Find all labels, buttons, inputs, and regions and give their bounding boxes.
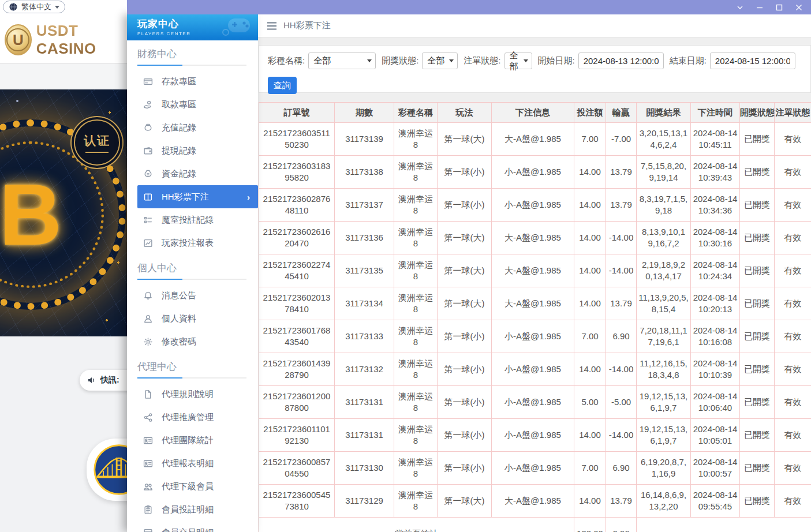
minimize-icon[interactable]: [755, 3, 764, 12]
cell: 8,13,9,10,19,16,7,2: [637, 222, 691, 254]
sidebar-menu-item[interactable]: 取款專區 ›: [127, 93, 258, 116]
filter-panel: 彩種名稱: 全部 開獎狀態: 全部 注單狀態: 全部 開始日期: 結束日期: 查…: [259, 45, 811, 93]
page-title: HH彩票下注: [283, 20, 331, 31]
sidebar-menu-item[interactable]: 代理規則說明 ›: [127, 383, 258, 406]
table-row: 215217236022744541031173135澳洲幸运8第一球(大)大-…: [259, 254, 811, 287]
user-icon: [143, 314, 153, 324]
cell: 大-A盤@1.985: [492, 287, 574, 320]
cell: 31173138: [335, 156, 394, 189]
draw-status-select[interactable]: 全部: [422, 53, 458, 69]
cell: 澳洲幸运8: [394, 254, 438, 287]
menu-label: 代理團隊統計: [162, 435, 214, 446]
cell: 2152172360261620470: [259, 222, 335, 254]
cell: 已開獎: [740, 419, 775, 452]
main-content: HH彩票下注 彩種名稱: 全部 開獎狀態: 全部 注單狀態: 全部 開始日期: …: [258, 14, 811, 532]
cell: 6.90: [606, 452, 637, 485]
hand-money-icon: [143, 100, 153, 110]
left-panel-spacer: [0, 64, 127, 89]
summary-empty: [637, 518, 811, 532]
cell: 2024-08-14 10:45:11: [691, 123, 740, 156]
sidebar-menu-item[interactable]: 代理報表明細 ›: [127, 452, 258, 475]
sidebar-menu-item[interactable]: 代理下級會員 ›: [127, 475, 258, 498]
sidebar-menu-item[interactable]: HH彩票下注 ›: [137, 185, 258, 208]
chevron-down-icon: [449, 59, 454, 62]
cell: 已開獎: [740, 254, 775, 287]
sidebar-menu-item[interactable]: 提現記錄 ›: [127, 139, 258, 162]
hamburger-icon[interactable]: [267, 22, 277, 30]
table-header-row: 訂單號 期數 彩種名稱 玩法 下注信息 投注額 輸贏 開獎結果 下注時間 開獎狀…: [259, 103, 811, 123]
sidebar-menu-item[interactable]: 存款專區 ›: [127, 70, 258, 93]
start-date-input[interactable]: [578, 53, 664, 69]
cell: 第一球(大): [438, 254, 492, 287]
sidebar-menu-item[interactable]: 會員交易明細 ›: [127, 521, 258, 532]
collapse-icon[interactable]: [735, 3, 744, 12]
file-icon: [143, 389, 153, 399]
sidebar: 玩家中心 PLAYERS CENTER 財務中心 存款專區 › 取款專區 › 充…: [127, 14, 258, 532]
chevron-right-icon: ›: [247, 192, 250, 202]
language-selector[interactable]: 繁体中文: [3, 1, 65, 13]
cell: 2024-08-14 09:55:45: [691, 485, 740, 518]
cell: 有效: [775, 156, 811, 189]
sidebar-section-agent: 代理中心 代理規則說明 › 代理推廣管理 › 代理團隊統計 › 代理報表明細 ›…: [127, 360, 258, 532]
cell: 14.00: [574, 287, 606, 320]
table-row: 215217236014392879031173132澳洲幸运8第一球(小)小-…: [259, 353, 811, 386]
cell: 第一球(大): [438, 123, 492, 156]
sidebar-menu-item[interactable]: 資金記錄 ›: [127, 162, 258, 185]
sidebar-menu-item[interactable]: 魔室投註記錄 ›: [127, 208, 258, 231]
cell: 7.00: [574, 123, 606, 156]
cell: 7,5,15,8,20,9,19,14: [637, 156, 691, 189]
cell: 2024-08-14 10:39:43: [691, 156, 740, 189]
sidebar-menu-item[interactable]: 修改密碼 ›: [127, 330, 258, 353]
chevron-down-icon: [524, 59, 528, 62]
cell: 19,12,15,13,6,1,9,7: [637, 386, 691, 419]
cell: 2152172360351150230: [259, 123, 335, 156]
sidebar-menu-item[interactable]: 個人資料 ›: [127, 307, 258, 330]
cell: 大-A盤@1.985: [492, 123, 574, 156]
menu-label: 會員投註明細: [162, 504, 214, 515]
cell: 有效: [775, 222, 811, 254]
search-button[interactable]: 查詢: [268, 77, 297, 94]
table-row: 215217236028764811031173137澳洲幸运8第一球(小)小-…: [259, 189, 811, 222]
col-draw-status: 開獎狀態: [740, 103, 775, 123]
col-draw-result: 開獎結果: [637, 103, 691, 123]
section-title: 個人中心: [137, 261, 258, 275]
col-lottery-name: 彩種名稱: [394, 103, 438, 123]
close-icon[interactable]: [794, 3, 803, 12]
book-icon: [143, 192, 153, 202]
sidebar-section-finance: 財務中心 存款專區 › 取款專區 › 充值記錄 › 提現記錄 › 資金記錄 › …: [127, 47, 258, 254]
cell: 小-A盤@1.985: [492, 452, 574, 485]
order-status-select[interactable]: 全部: [504, 53, 532, 69]
brand-logo: U USDT CASINO: [5, 22, 127, 58]
cell: 有效: [775, 452, 811, 485]
cell: 已開獎: [740, 386, 775, 419]
sidebar-menu-item[interactable]: 會員投註明細 ›: [127, 498, 258, 521]
maximize-icon[interactable]: [775, 3, 783, 12]
cell: 已開獎: [740, 287, 775, 320]
table-row: 215217236035115023031173139澳洲幸运8第一球(大)大-…: [259, 123, 811, 156]
cell: 第一球(小): [438, 452, 492, 485]
sidebar-menu-item[interactable]: 玩家投注報表 ›: [127, 231, 258, 254]
cell: 2,19,18,9,20,13,4,17: [637, 254, 691, 287]
cell: 已開獎: [740, 320, 775, 353]
window-list-icon: [143, 528, 153, 532]
end-date-input[interactable]: [710, 53, 795, 69]
sidebar-menu-item[interactable]: 代理推廣管理 ›: [127, 406, 258, 429]
chevron-down-icon: [367, 59, 372, 62]
lottery-name-select[interactable]: 全部: [308, 53, 376, 69]
menu-label: 玩家投注報表: [162, 238, 214, 249]
cell: 14.00: [574, 419, 606, 452]
money-bag-icon: [143, 123, 153, 133]
menu-label: 存款專區: [162, 76, 196, 87]
cell: 澳洲幸运8: [394, 156, 438, 189]
cell: -14.00: [606, 353, 637, 386]
table-row: 215217236017684354031173133澳洲幸运8第一球(小)小-…: [259, 320, 811, 353]
cell: 2024-08-14 10:00:57: [691, 452, 740, 485]
sidebar-menu-item[interactable]: 代理團隊統計 ›: [127, 429, 258, 452]
table-row: 215217236008570455031173130澳洲幸运8第一球(小)小-…: [259, 452, 811, 485]
order-status-label: 注單狀態:: [464, 55, 500, 66]
sidebar-menu-item[interactable]: 消息公告 ›: [127, 284, 258, 307]
sidebar-menu-item[interactable]: 充值記錄 ›: [127, 116, 258, 139]
bets-table: 訂單號 期數 彩種名稱 玩法 下注信息 投注額 輸贏 開獎結果 下注時間 開獎狀…: [259, 102, 811, 532]
sidebar-section-personal: 個人中心 消息公告 › 個人資料 › 修改密碼 ›: [127, 261, 258, 353]
cell: 5.00: [574, 386, 606, 419]
